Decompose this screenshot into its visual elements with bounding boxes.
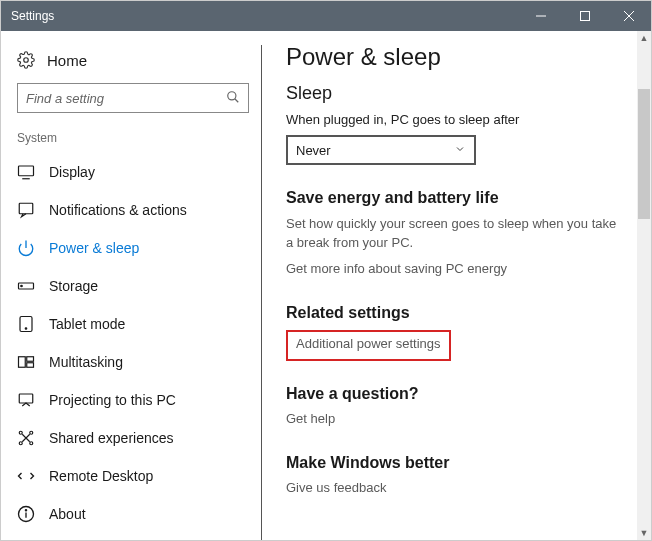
window-body: Home System Display Notifications & acti… [1, 31, 651, 540]
sidebar-item-label: Tablet mode [49, 316, 125, 332]
sidebar-item-label: Display [49, 164, 95, 180]
svg-point-22 [30, 442, 33, 445]
sidebar: Home System Display Notifications & acti… [1, 31, 261, 540]
sidebar-item-label: Shared experiences [49, 430, 174, 446]
svg-point-12 [21, 285, 23, 287]
sidebar-item-label: About [49, 506, 86, 522]
chevron-down-icon [454, 143, 466, 157]
energy-info-link[interactable]: Get more info about saving PC energy [286, 261, 507, 276]
minimize-button[interactable] [519, 1, 563, 31]
content-area: Power & sleep Sleep When plugged in, PC … [261, 31, 651, 540]
sidebar-item-display[interactable]: Display [13, 153, 253, 191]
remote-icon [17, 467, 35, 485]
svg-rect-1 [581, 12, 590, 21]
get-help-link[interactable]: Get help [286, 411, 335, 426]
page-title: Power & sleep [286, 43, 619, 71]
sidebar-item-tablet-mode[interactable]: Tablet mode [13, 305, 253, 343]
close-button[interactable] [607, 1, 651, 31]
maximize-button[interactable] [563, 1, 607, 31]
settings-window: Settings Home System [0, 0, 652, 541]
titlebar: Settings [1, 1, 651, 31]
tablet-icon [17, 315, 35, 333]
related-highlight: Additional power settings [286, 330, 451, 361]
sleep-field-label: When plugged in, PC goes to sleep after [286, 112, 619, 127]
svg-point-4 [24, 58, 29, 63]
scrollbar[interactable]: ▲ ▼ [637, 31, 651, 540]
sidebar-item-power-sleep[interactable]: Power & sleep [13, 229, 253, 267]
sidebar-item-projecting[interactable]: Projecting to this PC [13, 381, 253, 419]
scrollbar-track[interactable] [637, 45, 651, 526]
svg-point-20 [30, 431, 33, 434]
energy-heading: Save energy and battery life [286, 189, 619, 207]
sleep-heading: Sleep [286, 83, 619, 104]
sleep-select[interactable]: Never [286, 135, 476, 165]
storage-icon [17, 277, 35, 295]
sidebar-item-about[interactable]: About [13, 495, 253, 533]
sidebar-item-notifications[interactable]: Notifications & actions [13, 191, 253, 229]
svg-point-5 [228, 91, 236, 99]
energy-description: Set how quickly your screen goes to slee… [286, 215, 619, 253]
svg-rect-16 [27, 357, 34, 362]
additional-power-settings-link[interactable]: Additional power settings [296, 336, 441, 351]
svg-rect-15 [19, 357, 26, 368]
sidebar-item-shared-experiences[interactable]: Shared experiences [13, 419, 253, 457]
projecting-icon [17, 391, 35, 409]
multitasking-icon [17, 353, 35, 371]
svg-rect-18 [19, 394, 33, 403]
feedback-link[interactable]: Give us feedback [286, 480, 386, 495]
sidebar-item-multitasking[interactable]: Multitasking [13, 343, 253, 381]
sidebar-group-label: System [13, 131, 253, 153]
svg-point-14 [25, 328, 27, 330]
sidebar-item-label: Projecting to this PC [49, 392, 176, 408]
shared-icon [17, 429, 35, 447]
home-button[interactable]: Home [13, 45, 253, 83]
better-heading: Make Windows better [286, 454, 619, 472]
svg-rect-9 [19, 203, 33, 214]
search-box[interactable] [17, 83, 249, 113]
notifications-icon [17, 201, 35, 219]
sidebar-item-storage[interactable]: Storage [13, 267, 253, 305]
scroll-down-arrow[interactable]: ▼ [637, 526, 651, 540]
sidebar-item-label: Storage [49, 278, 98, 294]
svg-point-25 [25, 510, 26, 511]
scroll-up-arrow[interactable]: ▲ [637, 31, 651, 45]
window-title: Settings [11, 9, 519, 23]
sidebar-item-label: Power & sleep [49, 240, 139, 256]
question-heading: Have a question? [286, 385, 619, 403]
svg-rect-7 [19, 166, 34, 176]
svg-rect-17 [27, 363, 34, 368]
search-input[interactable] [26, 91, 226, 106]
display-icon [17, 163, 35, 181]
gear-icon [17, 51, 35, 69]
power-icon [17, 239, 35, 257]
home-label: Home [47, 52, 87, 69]
sleep-select-value: Never [296, 143, 331, 158]
sidebar-item-label: Remote Desktop [49, 468, 153, 484]
scrollbar-thumb[interactable] [638, 89, 650, 219]
content-scroll[interactable]: Power & sleep Sleep When plugged in, PC … [262, 31, 637, 540]
sidebar-item-remote-desktop[interactable]: Remote Desktop [13, 457, 253, 495]
related-heading: Related settings [286, 304, 619, 322]
svg-line-6 [235, 98, 239, 102]
search-icon [226, 90, 240, 107]
sidebar-item-label: Notifications & actions [49, 202, 187, 218]
about-icon [17, 505, 35, 523]
svg-point-19 [19, 431, 22, 434]
svg-point-21 [19, 442, 22, 445]
sidebar-item-label: Multitasking [49, 354, 123, 370]
